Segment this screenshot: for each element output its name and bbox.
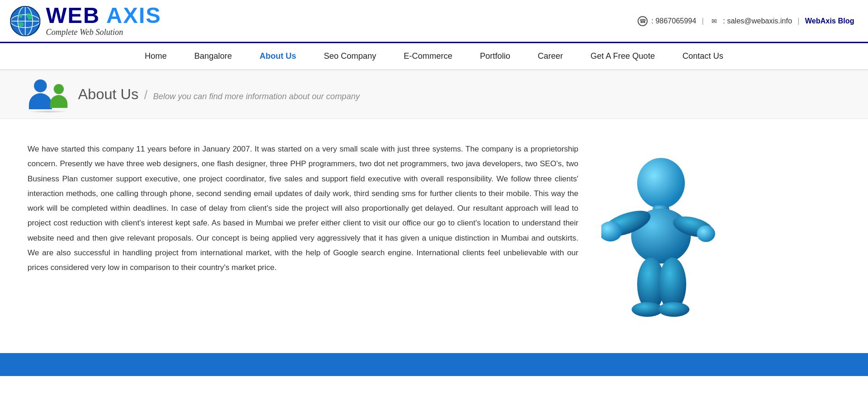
logo-subtext: Complete Web Solution (46, 28, 162, 37)
person-green-body (50, 95, 67, 108)
email-address: : sales@webaxis.info (723, 17, 792, 25)
shadow-bar (28, 110, 69, 113)
page-title: About Us (78, 86, 139, 103)
shadow (28, 109, 69, 113)
page-banner-title: About Us / Below you can find more infor… (78, 86, 360, 103)
nav-link-quote[interactable]: Get A Free Quote (577, 43, 669, 69)
nav-item-career[interactable]: Career (524, 43, 577, 69)
svg-point-15 (632, 302, 663, 317)
separator-2: | (798, 17, 800, 25)
nav-item-about[interactable]: About Us (246, 43, 310, 69)
svg-point-16 (658, 302, 689, 317)
nav-item-contact[interactable]: Contact Us (669, 43, 737, 69)
page-banner-icons (28, 79, 69, 109)
nav-item-home[interactable]: Home (131, 43, 180, 69)
person-blue-head (34, 79, 47, 92)
page-subtitle: Below you can find more information abou… (153, 92, 359, 101)
logo-main-text: Web Axis (46, 5, 162, 27)
phone-number: : 9867065994 (651, 17, 696, 25)
svg-point-12 (697, 225, 715, 242)
nav-link-portfolio[interactable]: Portfolio (466, 43, 524, 69)
nav-item-seo[interactable]: Seo Company (310, 43, 390, 69)
globe-icon (9, 5, 41, 37)
nav-link-home[interactable]: Home (131, 43, 180, 69)
nav-item-portfolio[interactable]: Portfolio (466, 43, 524, 69)
nav-link-career[interactable]: Career (524, 43, 577, 69)
nav-link-contact[interactable]: Contact Us (669, 43, 737, 69)
header: Web Axis Complete Web Solution ☎ : 98670… (0, 0, 868, 43)
header-contact: ☎ : 9867065994 | ✉ : sales@webaxis.info … (638, 16, 854, 26)
nav-link-seo[interactable]: Seo Company (310, 43, 390, 69)
logo-text-area: Web Axis Complete Web Solution (46, 5, 162, 37)
nav-list: Home Bangalore About Us Seo Company E-Co… (131, 43, 737, 69)
footer-bar (0, 353, 868, 376)
nav-item-bangalore[interactable]: Bangalore (180, 43, 246, 69)
phone-icon: ☎ (638, 16, 648, 26)
logo-area: Web Axis Complete Web Solution (9, 5, 162, 37)
logo-axis: Axis (106, 3, 162, 28)
main-content: We have started this company 11 years be… (0, 119, 868, 344)
title-divider: / (144, 88, 148, 102)
person-green-icon (48, 84, 69, 109)
content-text: We have started this company 11 years be… (28, 142, 578, 326)
content-figure (588, 142, 734, 326)
nav-item-ecommerce[interactable]: E-Commerce (390, 43, 466, 69)
3d-figure (601, 151, 721, 326)
navbar: Home Bangalore About Us Seo Company E-Co… (0, 43, 868, 70)
nav-item-quote[interactable]: Get A Free Quote (577, 43, 669, 69)
nav-link-bangalore[interactable]: Bangalore (180, 43, 246, 69)
logo-web: Web (46, 3, 100, 28)
separator-1: | (702, 17, 704, 25)
nav-link-about[interactable]: About Us (246, 43, 310, 69)
page-banner: About Us / Below you can find more infor… (0, 70, 868, 119)
nav-link-ecommerce[interactable]: E-Commerce (390, 43, 466, 69)
person-green-head (54, 84, 64, 94)
email-icon: ✉ (709, 17, 719, 25)
svg-point-6 (637, 158, 685, 208)
blog-link[interactable]: WebAxis Blog (805, 17, 854, 25)
